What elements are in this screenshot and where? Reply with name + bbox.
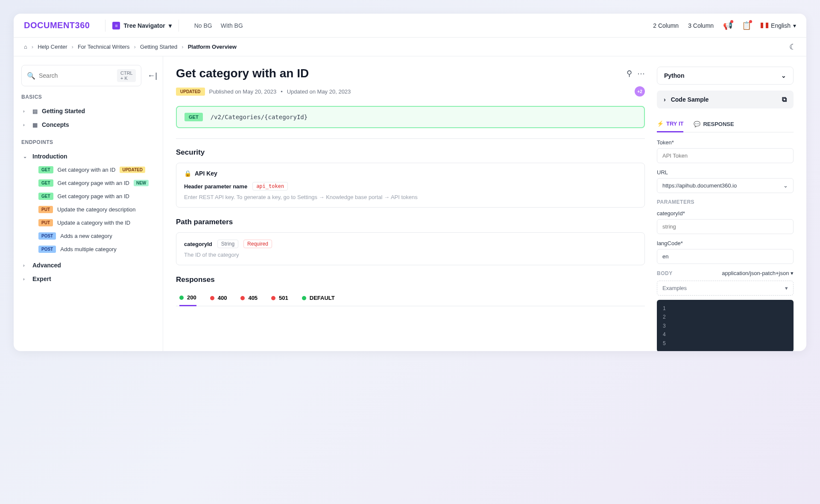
- dark-mode-toggle[interactable]: ☾: [789, 42, 796, 52]
- endpoint-item[interactable]: POSTAdds multiple category: [21, 243, 155, 256]
- endpoint-path: /v2/Categories/{categoryId}: [211, 114, 308, 120]
- code-sample-toggle[interactable]: › Code Sample ⧉: [657, 91, 794, 108]
- sidebar: 🔍 CTRL + K ←| BASICS ›▤Getting Started ›…: [14, 56, 163, 351]
- published-date: Published on May 20, 2023: [209, 88, 277, 95]
- endpoint-box: GET /v2/Categories/{categoryId}: [176, 106, 645, 128]
- response-tabs: 200 400 405 501 DEFAULT: [176, 290, 645, 306]
- response-tab-405[interactable]: 405: [240, 290, 258, 306]
- response-tab-default[interactable]: DEFAULT: [302, 290, 335, 306]
- breadcrumb-item[interactable]: Getting Started: [140, 44, 177, 50]
- body-label: BODY: [657, 270, 673, 276]
- langcode-label: langCode*: [657, 240, 794, 246]
- sidebar-item-introduction[interactable]: ⌄Introduction: [21, 149, 155, 163]
- contributors-avatar[interactable]: +2: [635, 86, 645, 97]
- sidebar-item-getting-started[interactable]: ›▤Getting Started: [21, 104, 155, 118]
- endpoint-item[interactable]: GETGet category page with an ID: [21, 190, 155, 203]
- response-tab-200[interactable]: 200: [179, 290, 196, 306]
- section-endpoints: ENDPOINTS: [21, 139, 155, 145]
- 2-column-link[interactable]: 2 Column: [653, 22, 679, 29]
- topbar: DOCUMENT360 ≡ Tree Navigator ▾ No BG Wit…: [14, 14, 806, 38]
- sidebar-item-advanced[interactable]: ›Advanced: [21, 258, 155, 272]
- search-shortcut: CTRL + K: [117, 69, 136, 82]
- parameters-label: PARAMETERS: [657, 199, 794, 205]
- breadcrumb-item[interactable]: Platform Overview: [188, 44, 237, 50]
- breadcrumb: ⌂ › Help Center › For Technical Writers …: [14, 38, 806, 56]
- path-params-card: categoryIdStringRequired The ID of the c…: [176, 232, 645, 265]
- sidebar-item-concepts[interactable]: ›▦Concepts: [21, 118, 155, 132]
- home-icon[interactable]: ⌂: [24, 44, 27, 50]
- security-heading: Security: [176, 148, 645, 157]
- token-input[interactable]: [657, 148, 794, 163]
- more-icon[interactable]: ⋯: [637, 69, 645, 78]
- categoryid-input[interactable]: [657, 219, 794, 234]
- url-select[interactable]: https://apihub.document360.io⌄: [657, 178, 794, 193]
- chevron-down-icon: ▾: [793, 22, 796, 29]
- page-title: Get category with an ID: [176, 67, 621, 80]
- endpoint-item[interactable]: POSTAdds a new category: [21, 229, 155, 243]
- examples-select[interactable]: Examples▾: [657, 281, 794, 296]
- response-icon: 💬: [694, 121, 700, 127]
- sidebar-item-expert[interactable]: ›Expert: [21, 272, 155, 286]
- tree-navigator-dropdown[interactable]: ≡ Tree Navigator ▾: [112, 22, 171, 29]
- endpoint-item[interactable]: PUTUpdate a category with the ID: [21, 216, 155, 229]
- copy-icon[interactable]: ⧉: [782, 96, 787, 103]
- language-selector[interactable]: English ▾: [761, 22, 796, 29]
- chevron-down-icon: ⌄: [781, 72, 786, 79]
- chevron-down-icon: ⌄: [783, 182, 788, 189]
- share-icon[interactable]: ⚲: [627, 69, 632, 78]
- endpoint-item[interactable]: PUTUpdate the category description: [21, 203, 155, 216]
- try-it-tab[interactable]: ⚡TRY IT: [657, 116, 683, 132]
- search-input[interactable]: 🔍 CTRL + K: [21, 65, 141, 86]
- endpoint-item[interactable]: GETGet category with an IDUPDATED: [21, 163, 155, 176]
- language-select[interactable]: Python⌄: [657, 67, 794, 85]
- canada-flag-icon: [761, 23, 768, 28]
- announcements-icon[interactable]: 📢: [723, 21, 732, 30]
- book-icon: ≡: [112, 22, 120, 29]
- response-tab-501[interactable]: 501: [271, 290, 288, 306]
- responses-heading: Responses: [176, 275, 645, 284]
- clipboard-icon[interactable]: 📋: [742, 21, 751, 30]
- collapse-sidebar-icon[interactable]: ←|: [147, 71, 157, 80]
- content-type-select[interactable]: application/json-patch+json ▾: [722, 270, 794, 276]
- no-bg-link[interactable]: No BG: [194, 22, 212, 29]
- http-method: GET: [184, 113, 203, 121]
- response-tab[interactable]: 💬RESPONSE: [694, 116, 734, 132]
- endpoint-item[interactable]: GETGet category page with an IDNEW: [21, 176, 155, 190]
- wand-icon: ⚡: [657, 120, 664, 127]
- response-tab-400[interactable]: 400: [210, 290, 227, 306]
- 3-column-link[interactable]: 3 Column: [688, 22, 714, 29]
- section-basics: BASICS: [21, 94, 155, 100]
- chevron-down-icon: ▾: [169, 22, 172, 29]
- updated-date: Updated on May 20, 2023: [287, 88, 351, 95]
- logo: DOCUMENT360: [24, 21, 90, 30]
- token-label: Token*: [657, 139, 794, 146]
- with-bg-link[interactable]: With BG: [221, 22, 243, 29]
- try-it-panel: Python⌄ › Code Sample ⧉ ⚡TRY IT 💬RESPONS…: [657, 67, 794, 341]
- breadcrumb-item[interactable]: For Technical Writers: [78, 44, 130, 50]
- breadcrumb-item[interactable]: Help Center: [38, 44, 67, 50]
- chevron-right-icon: ›: [664, 96, 666, 103]
- main-content: Get category with an ID ⚲ ⋯ UPDATED Publ…: [176, 67, 645, 341]
- lock-icon: 🔒: [184, 170, 191, 177]
- langcode-input[interactable]: [657, 249, 794, 264]
- path-params-heading: Path parameters: [176, 218, 645, 226]
- search-icon: 🔍: [27, 72, 35, 80]
- updated-badge: UPDATED: [176, 88, 205, 96]
- categoryid-label: categoryId*: [657, 210, 794, 217]
- code-editor[interactable]: 1 2 3 4 5: [657, 300, 794, 351]
- url-label: URL: [657, 169, 794, 176]
- security-card: 🔒API Key Header parameter nameapi_token …: [176, 163, 645, 208]
